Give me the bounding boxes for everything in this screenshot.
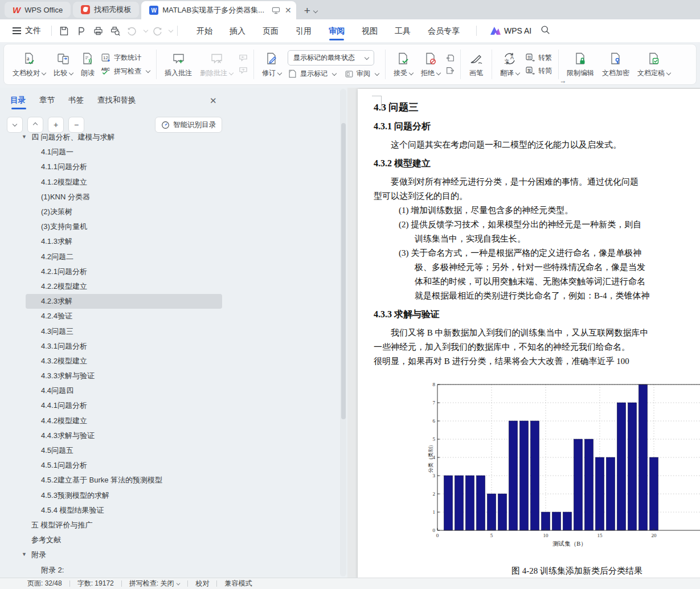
print-button[interactable] <box>91 23 105 38</box>
review-pane-button[interactable]: 审阅 <box>345 69 379 79</box>
markup-state-select[interactable]: 显示标记的最终状态 <box>288 50 374 66</box>
file-menu[interactable]: 文件 <box>7 26 47 36</box>
toc-item[interactable]: ▼四 问题分析、建模与求解 <box>26 130 222 145</box>
toc-item[interactable]: 4.3.3求解与验证 <box>26 369 222 383</box>
svg-text:5: 5 <box>490 533 493 538</box>
tab-wps-office[interactable]: W WPS Office <box>5 2 71 18</box>
sidebar-scrollbar-thumb[interactable] <box>341 123 346 419</box>
wps-ai-button[interactable]: WPS AI <box>490 26 531 35</box>
menu-item-引用[interactable]: 引用 <box>287 19 320 42</box>
pen-button[interactable]: 画笔 <box>465 49 488 80</box>
status-proofread[interactable]: 校对 <box>195 579 209 588</box>
accept-button[interactable]: 接受 <box>390 49 417 80</box>
status-word-count[interactable]: 字数: 19172 <box>77 579 114 588</box>
toc-item[interactable]: 4.5.2建立基于 Burke 算法的预测模型 <box>26 473 222 488</box>
reject-button[interactable]: 拒绝 <box>417 49 444 80</box>
sidebar-close-icon[interactable]: ✕ <box>210 96 217 106</box>
toc-item[interactable]: 4.2问题二 <box>26 249 222 264</box>
print-preview-button[interactable] <box>108 23 122 38</box>
new-tab-icon[interactable]: + <box>304 5 310 17</box>
toc-item[interactable]: 4.1.1问题分析 <box>26 159 222 174</box>
toc-item[interactable]: 4.2.1问题分析 <box>26 264 222 279</box>
read-aloud-button[interactable]: 朗读 <box>77 49 99 80</box>
tab-list-chevron-icon[interactable] <box>313 9 318 13</box>
show-markup-button[interactable]: 显示标记 <box>288 69 336 79</box>
track-changes-button[interactable]: 修订 <box>258 49 285 80</box>
status-spell-check[interactable]: 拼写检查: 关闭 <box>129 579 181 588</box>
expand-triangle-icon[interactable]: ▼ <box>22 551 27 557</box>
save-button[interactable] <box>56 23 71 38</box>
simplified-to-traditional-button[interactable]: 简 转繁 <box>526 53 552 63</box>
toc-item[interactable]: 4.2.3求解 <box>26 294 222 309</box>
toc-item[interactable]: 五 模型评价与推广 <box>26 518 222 533</box>
sidebar-tab-目录[interactable]: 目录 <box>10 95 26 109</box>
toc-item[interactable]: (2)决策树 <box>26 204 222 219</box>
toc-item-label: 4.3.2模型建立 <box>41 356 87 366</box>
close-tab-icon[interactable]: ✕ <box>285 6 292 15</box>
spell-check-button[interactable]: ABC 拼写检查 <box>101 66 150 76</box>
toc-item[interactable]: 4.5.3预测模型的求解 <box>26 488 222 503</box>
document-page[interactable]: 4.3 问题三4.3.1 问题分析这个问题其实在考虑问题一和二模型的泛化能力以及… <box>358 89 700 578</box>
toc-item[interactable]: 4.4.2模型建立 <box>26 414 222 428</box>
tab-docer-template[interactable]: 找稻壳模板 <box>73 2 139 18</box>
toc-item[interactable]: 4.1.2模型建立 <box>26 175 222 190</box>
status-compat-mode[interactable]: 兼容模式 <box>224 579 252 588</box>
toc-item[interactable]: 4.4问题四 <box>26 383 222 398</box>
traditional-to-simplified-button[interactable]: 繁 转简 <box>526 66 552 76</box>
toc-item[interactable]: 4.2.2模型建立 <box>26 279 222 294</box>
menu-item-页面[interactable]: 页面 <box>254 19 287 42</box>
review-pane-label: 审阅 <box>357 69 370 79</box>
show-markup-label: 显示标记 <box>300 69 328 79</box>
sidebar-scrollbar[interactable] <box>340 89 346 576</box>
doc-proof-button[interactable]: a 文档校对 <box>9 49 50 80</box>
menu-item-视图[interactable]: 视图 <box>353 19 386 42</box>
toc-item[interactable]: 4.3问题三 <box>26 324 222 338</box>
share-screen-icon[interactable] <box>272 7 280 14</box>
toc-item[interactable]: 参考文献 <box>26 533 222 547</box>
toc-item-label: 4.1.1问题分析 <box>41 162 87 172</box>
menu-item-插入[interactable]: 插入 <box>221 19 254 42</box>
toc-item[interactable]: (1)KNN 分类器 <box>26 190 222 204</box>
status-page[interactable]: 页面: 32/48 <box>27 579 62 588</box>
doc-proof-icon: a <box>22 51 36 67</box>
word-count-button[interactable]: 12 字数统计 <box>101 52 150 63</box>
toc-item[interactable]: (3)支持向量机 <box>26 219 222 234</box>
finalize-button[interactable]: 文档定稿 <box>633 49 674 80</box>
tab-document[interactable]: W MATLAB实现基于多分类器集... ✕ <box>141 1 296 19</box>
restrict-editing-button[interactable]: 限制编辑 <box>563 49 598 80</box>
toc-item[interactable]: 4.2.4验证 <box>26 309 222 324</box>
figure-caption: 图 4-28 训练集添加新类后分类结果 <box>446 566 700 576</box>
toc-item[interactable]: ▼附录 <box>26 547 222 562</box>
sidebar-tab-查找和替换[interactable]: 查找和替换 <box>97 95 136 109</box>
toc-item[interactable]: 4.4.3求解与验证 <box>26 428 222 443</box>
svg-text:a: a <box>27 55 30 62</box>
toc-item[interactable]: 附录 2: <box>26 562 222 577</box>
export-pdf-button[interactable] <box>73 23 88 38</box>
menu-item-会员专享[interactable]: 会员专享 <box>419 19 468 42</box>
toc-item[interactable]: 4.3.1问题分析 <box>26 339 222 354</box>
menu-item-审阅[interactable]: 审阅 <box>320 19 353 42</box>
toc-item[interactable]: 4.5问题五 <box>26 443 222 458</box>
toc-item[interactable]: 4.5.1问题分析 <box>26 458 222 473</box>
sidebar-tab-书签[interactable]: 书签 <box>68 95 84 109</box>
menu-item-工具[interactable]: 工具 <box>386 19 419 42</box>
compare-button[interactable]: 比较 <box>50 49 77 80</box>
svg-text:8: 8 <box>433 382 436 387</box>
toc-item[interactable]: 4.5.4 模型结果验证 <box>26 503 222 518</box>
wps-ai-label: WPS AI <box>504 26 531 35</box>
search-icon[interactable] <box>541 25 550 36</box>
encrypt-button[interactable]: 文档加密 <box>598 49 633 80</box>
insert-comment-button[interactable]: 插入批注 <box>161 49 196 80</box>
toc-item[interactable]: 4.3.2模型建立 <box>26 354 222 369</box>
divider <box>476 26 477 36</box>
translate-button[interactable]: 文A 翻译 <box>496 49 523 80</box>
menu-item-开始[interactable]: 开始 <box>188 19 221 42</box>
previous-change-icon[interactable] <box>446 54 455 62</box>
sidebar-tab-章节[interactable]: 章节 <box>39 95 55 109</box>
toc-item[interactable]: 4.1.3求解 <box>26 234 222 249</box>
next-change-icon[interactable] <box>446 67 455 75</box>
toc-item[interactable]: 4.1问题一 <box>26 145 222 159</box>
toc-item[interactable]: 4.4.1问题分析 <box>26 398 222 413</box>
expand-triangle-icon[interactable]: ▼ <box>22 134 27 140</box>
restrict-editing-label: 限制编辑 <box>567 68 594 78</box>
